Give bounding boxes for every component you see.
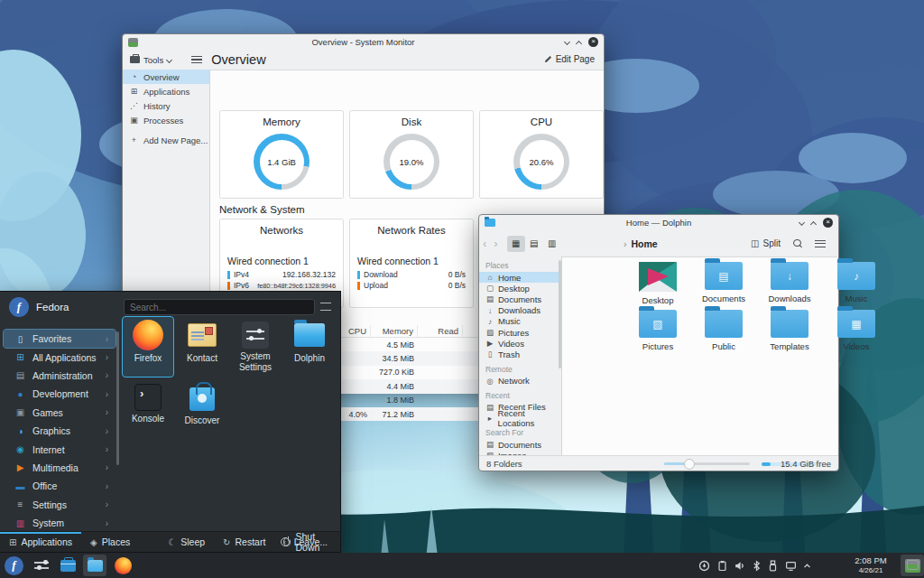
toolbox-launcher[interactable] [60, 560, 76, 572]
category-internet[interactable]: ◉Internet› [4, 440, 116, 458]
place-music[interactable]: ♪Music [479, 316, 561, 327]
details-view-button[interactable]: ▤ [525, 236, 543, 252]
task-dolphin[interactable] [83, 555, 106, 576]
restart-button[interactable]: ↻Restart [214, 532, 274, 552]
sidebar-item-history[interactable]: ⋰History [123, 98, 209, 113]
minimize-icon[interactable] [564, 39, 570, 45]
folder-icon: ▤ [705, 262, 743, 290]
folder-music[interactable]: ♪Music [827, 262, 886, 303]
split-button[interactable]: ◫ Split [751, 238, 781, 248]
folder-templates[interactable]: Templates [760, 310, 819, 351]
launcher-scrollbar[interactable] [116, 331, 119, 465]
sysmon-menu-icon[interactable] [191, 56, 202, 63]
place-documents[interactable]: ▤Documents [479, 294, 561, 304]
zoom-slider-handle[interactable] [684, 459, 695, 470]
sort-options-icon[interactable] [320, 303, 331, 311]
folder-documents[interactable]: ▤Documents [694, 262, 753, 303]
app-konsole[interactable]: ›Konsole [123, 384, 173, 424]
category-graphics[interactable]: ◑Graphics› [4, 422, 116, 440]
tab-applications[interactable]: ⊞Applications [0, 532, 81, 552]
zoom-slider[interactable] [664, 462, 750, 465]
cpu-card: CPU 20.6% [479, 110, 604, 199]
forward-icon[interactable]: › [494, 237, 497, 250]
clipboard-icon[interactable] [716, 560, 728, 572]
place-videos[interactable]: ▶Videos [479, 338, 561, 349]
icons-view-button[interactable]: ▦ [507, 236, 525, 252]
device-notifier-icon[interactable] [767, 560, 779, 572]
system-settings-launcher[interactable] [34, 560, 49, 571]
place-pictures[interactable]: ▧Pictures [479, 327, 561, 338]
app-dolphin[interactable]: Dolphin [284, 320, 335, 364]
place-trash[interactable]: ▯Trash [479, 349, 561, 359]
user-avatar[interactable]: f [9, 297, 29, 317]
category-favorites[interactable]: ▯Favorites› [4, 330, 116, 348]
minimize-icon[interactable] [799, 219, 805, 226]
app-firefox[interactable]: Firefox [123, 317, 173, 377]
folder-videos[interactable]: ▦Videos [827, 310, 886, 351]
restart-icon: ↻ [223, 537, 230, 547]
app-discover[interactable]: Discover [177, 384, 227, 426]
launcher-footer: ⊞Applications ◈Places ☾Sleep ↻Restart Sh… [0, 531, 340, 552]
place-downloads[interactable]: ↓Downloads [479, 305, 561, 316]
ipv6-row: IPv6fe80::b48f:29c6:1328:9946 [220, 280, 343, 291]
places-scrollbar[interactable] [559, 260, 561, 368]
maximize-icon[interactable] [810, 220, 817, 227]
maximize-icon[interactable] [576, 40, 582, 46]
folder-view[interactable]: Desktop ▤Documents ↓Downloads ♪Music ▧Pi… [562, 256, 837, 455]
sidebar-item-processes[interactable]: ▣Processes [123, 113, 209, 127]
display-icon[interactable] [785, 560, 797, 572]
back-icon[interactable]: ‹ [483, 237, 486, 250]
close-icon[interactable]: × [823, 218, 833, 228]
category-system[interactable]: ▥System› [4, 514, 116, 532]
show-desktop-button[interactable] [907, 560, 919, 570]
tab-places[interactable]: ◈Places [81, 532, 139, 552]
all-applications-icon: ⊞ [14, 352, 26, 362]
task-firefox[interactable] [115, 557, 132, 574]
dolphin-titlebar[interactable]: Home — Dolphin × [479, 215, 838, 230]
close-icon[interactable]: × [588, 37, 598, 47]
breadcrumb[interactable]: Home [632, 238, 658, 249]
documents-icon: ▤ [485, 440, 494, 449]
category-settings[interactable]: ≡Settings› [4, 496, 116, 514]
cpu-gauge: 20.6% [513, 134, 569, 190]
search-documents[interactable]: ▤Documents [479, 439, 561, 450]
digital-clock[interactable]: 2:08 PM 4/26/21 [841, 556, 901, 574]
category-office[interactable]: ▬Office› [4, 477, 116, 495]
folder-desktop[interactable]: Desktop [628, 262, 688, 305]
place-network[interactable]: ◎Network [479, 376, 561, 387]
sidebar-item-overview[interactable]: ◔Overview [123, 70, 209, 84]
category-all-applications[interactable]: ⊞All Applications› [4, 348, 116, 366]
search-icon[interactable] [793, 239, 802, 248]
updates-icon[interactable] [698, 560, 710, 572]
sleep-button[interactable]: ☾Sleep [159, 532, 214, 552]
expand-tray-icon[interactable] [802, 561, 812, 571]
dolphin-menu-icon[interactable] [815, 240, 826, 247]
search-input[interactable] [124, 299, 315, 315]
category-games[interactable]: ▣Games› [4, 404, 116, 422]
folder-downloads[interactable]: ↓Downloads [760, 262, 819, 303]
videos-icon: ▶ [485, 339, 494, 348]
places-panel: Places ⌂Home ▢Desktop ▤Documents ↓Downlo… [479, 256, 562, 455]
sidebar-item-add-page[interactable]: +Add New Page... [123, 133, 209, 147]
tools-button[interactable]: Tools [130, 55, 171, 65]
sidebar-item-applications[interactable]: ⊞Applications [123, 84, 209, 98]
app-kontact[interactable]: Kontact [177, 320, 227, 364]
edit-page-button[interactable]: Edit Page [544, 54, 595, 64]
application-launcher-button[interactable]: f [5, 556, 23, 575]
tree-view-button[interactable]: ▥ [543, 236, 561, 252]
place-desktop[interactable]: ▢Desktop [479, 283, 561, 294]
place-recent-locations[interactable]: ▸Recent Locations [479, 413, 561, 424]
category-multimedia[interactable]: ▶Multimedia› [4, 459, 116, 477]
bluetooth-icon[interactable] [752, 560, 762, 572]
place-home[interactable]: ⌂Home [479, 272, 561, 283]
app-system-settings[interactable]: System Settings [230, 320, 281, 372]
category-development[interactable]: ●Development› [4, 385, 116, 403]
category-administration[interactable]: ▤Administration› [4, 367, 116, 385]
volume-icon[interactable] [734, 560, 745, 572]
folder-pictures[interactable]: ▧Pictures [628, 310, 688, 351]
folder-public[interactable]: Public [694, 310, 753, 351]
dolphin-window-title: Home — Dolphin [479, 218, 838, 228]
recent-files-icon: ▤ [485, 403, 494, 412]
sysmon-titlebar[interactable]: Overview - System Monitor × [123, 34, 604, 50]
leave-button[interactable]: ‹Leave... [272, 532, 337, 552]
